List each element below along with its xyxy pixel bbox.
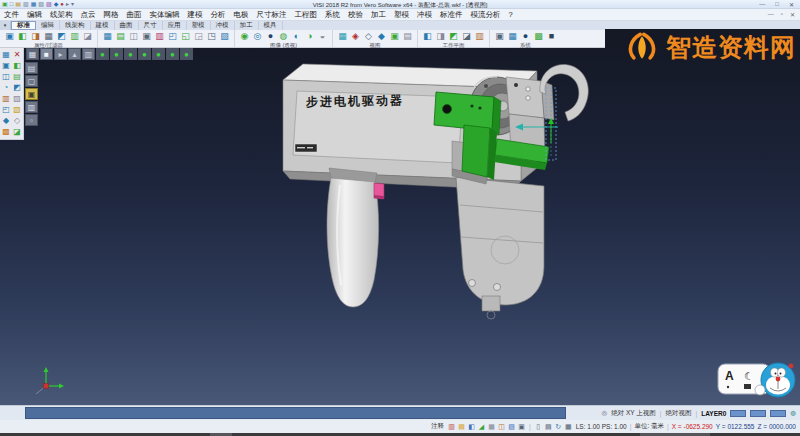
status-tool-icon[interactable]: ↻ xyxy=(554,422,563,431)
globe-icon[interactable]: ◍ xyxy=(790,409,796,417)
menu-item[interactable]: 系统 xyxy=(321,10,344,20)
toolbar-icon[interactable]: ◒ xyxy=(317,31,328,42)
menu-item[interactable]: 文件 xyxy=(0,10,23,20)
menu-item[interactable]: 点云 xyxy=(77,10,100,20)
ribbon-tab[interactable]: 编辑 xyxy=(36,21,60,30)
ribbon-tab[interactable]: 加工 xyxy=(235,21,259,30)
menu-item[interactable]: 分析 xyxy=(207,10,230,20)
minimize-button[interactable]: — xyxy=(759,1,765,8)
menu-item[interactable]: 工程图 xyxy=(291,10,322,20)
menu-item[interactable]: 塑模 xyxy=(390,10,413,20)
toolbar-icon[interactable]: ◉ xyxy=(239,31,250,42)
status-segment[interactable] xyxy=(770,410,786,417)
status-tool-icon[interactable]: ▯ xyxy=(534,422,543,431)
status-segment[interactable] xyxy=(730,410,746,417)
quick-access-icon[interactable]: ▥ xyxy=(23,1,29,8)
toolbar-icon[interactable]: ◪ xyxy=(461,31,472,42)
ribbon-tab[interactable]: 线架构 xyxy=(60,21,91,30)
toolbar-icon[interactable]: ◧ xyxy=(422,31,433,42)
toolbar-icon[interactable]: ▤ xyxy=(115,31,126,42)
snap-toggle-icon[interactable]: ▣ xyxy=(517,422,526,431)
toolbar-icon[interactable]: ◳ xyxy=(206,31,217,42)
toolbar-icon[interactable]: ● xyxy=(520,31,531,42)
prompt-bar[interactable] xyxy=(25,407,566,419)
view-mode-label[interactable]: 绝对 XY 上视图 xyxy=(611,409,656,418)
toolbar-icon[interactable]: ▧ xyxy=(219,31,230,42)
toolbar-icon[interactable]: ◐ xyxy=(291,31,302,42)
menu-item[interactable]: 冲模 xyxy=(413,10,436,20)
toolbar-icon[interactable]: ◍ xyxy=(278,31,289,42)
snap-toggle-icon[interactable]: ▦ xyxy=(487,422,496,431)
toolbar-icon[interactable]: ▥ xyxy=(474,31,485,42)
quick-access-icon[interactable]: ▣ xyxy=(2,1,8,8)
doc-restore-button[interactable]: ▫ xyxy=(781,11,783,18)
ribbon-tab[interactable]: 冲模 xyxy=(211,21,235,30)
ribbon-tab[interactable]: 模具 xyxy=(259,21,283,30)
toolbar-icon[interactable]: ▣ xyxy=(494,31,505,42)
ribbon-tab[interactable]: 标准 xyxy=(11,21,36,30)
menu-item[interactable]: 电极 xyxy=(230,10,253,20)
quick-access-icon[interactable]: ▨ xyxy=(46,1,52,8)
toolbar-icon[interactable]: ◨ xyxy=(30,31,41,42)
toolbar-icon[interactable]: ◑ xyxy=(304,31,315,42)
toolbar-icon[interactable]: ◫ xyxy=(128,31,139,42)
menu-item[interactable]: 实体编辑 xyxy=(146,10,184,20)
toolbar-icon[interactable]: ◈ xyxy=(350,31,361,42)
menu-item[interactable]: 模流分析 xyxy=(467,10,505,20)
quick-access-icon[interactable]: □ xyxy=(10,1,14,8)
tab-dropdown-button[interactable]: ▾ xyxy=(0,21,11,30)
snap-toggle-icon[interactable]: ◫ xyxy=(497,422,506,431)
quick-access-icon[interactable]: ▦ xyxy=(31,1,37,8)
toolbar-icon[interactable]: ◇ xyxy=(363,31,374,42)
status-tool-icon[interactable]: ▦ xyxy=(564,422,573,431)
toolbar-icon[interactable]: ◆ xyxy=(376,31,387,42)
quick-access-icon[interactable]: ▾ xyxy=(71,1,74,8)
menu-item[interactable]: 网格 xyxy=(100,10,123,20)
snap-toggle-icon[interactable]: ◧ xyxy=(467,422,476,431)
menu-item[interactable]: 尺寸标注 xyxy=(253,10,291,20)
toolbar-icon[interactable]: ▦ xyxy=(43,31,54,42)
menu-item[interactable]: 标准件 xyxy=(436,10,467,20)
toolbar-icon[interactable]: ◎ xyxy=(252,31,263,42)
ribbon-tab[interactable]: 塑模 xyxy=(187,21,211,30)
view-reference-label[interactable]: 绝对视图 xyxy=(666,409,692,418)
doc-minimize-button[interactable]: — xyxy=(768,11,774,18)
toolbar-icon[interactable]: ◩ xyxy=(448,31,459,42)
toolbar-icon[interactable]: ▦ xyxy=(102,31,113,42)
quick-access-icon[interactable]: ▧ xyxy=(38,1,44,8)
toolbar-icon[interactable]: ▣ xyxy=(141,31,152,42)
toolbar-icon[interactable]: ◩ xyxy=(56,31,67,42)
layer-label[interactable]: LAYER0 xyxy=(701,410,726,417)
snap-toggle-icon[interactable]: ▨ xyxy=(507,422,516,431)
menu-item[interactable]: 线架构 xyxy=(46,10,77,20)
menu-item[interactable]: ? xyxy=(505,10,517,20)
toolbar-icon[interactable]: ▦ xyxy=(507,31,518,42)
ribbon-tab[interactable]: 应用 xyxy=(163,21,187,30)
toolbar-icon[interactable]: ▥ xyxy=(69,31,80,42)
quick-access-icon[interactable]: ◆ xyxy=(54,1,59,8)
toolbar-icon[interactable]: ▤ xyxy=(402,31,413,42)
toolbar-icon[interactable]: ▦ xyxy=(337,31,348,42)
toolbar-icon[interactable]: ■ xyxy=(546,31,557,42)
toolbar-icon[interactable]: ▣ xyxy=(389,31,400,42)
quick-access-icon[interactable]: ● xyxy=(60,1,64,8)
ribbon-tab[interactable]: 尺寸 xyxy=(139,21,163,30)
ribbon-tab[interactable]: 建模 xyxy=(91,21,115,30)
quick-access-icon[interactable]: ▤ xyxy=(15,1,21,8)
toolbar-icon[interactable]: ◪ xyxy=(82,31,93,42)
toolbar-icon[interactable]: ◱ xyxy=(180,31,191,42)
menu-item[interactable]: 曲面 xyxy=(123,10,146,20)
menu-item[interactable]: 加工 xyxy=(367,10,390,20)
menu-item[interactable]: 建模 xyxy=(184,10,207,20)
toolbar-icon[interactable]: ◰ xyxy=(167,31,178,42)
close-button[interactable]: ✕ xyxy=(789,1,794,8)
toolbar-icon[interactable]: ▣ xyxy=(4,31,15,42)
maximize-button[interactable]: □ xyxy=(775,1,779,8)
search-icon[interactable]: ◎ xyxy=(602,409,608,417)
menu-item[interactable]: 编辑 xyxy=(23,10,46,20)
toolbar-icon[interactable]: ▥ xyxy=(154,31,165,42)
toolbar-icon[interactable]: ◧ xyxy=(17,31,28,42)
menu-item[interactable]: 校验 xyxy=(344,10,367,20)
toolbar-icon[interactable]: ◨ xyxy=(435,31,446,42)
doc-close-button[interactable]: ✕ xyxy=(790,11,795,18)
